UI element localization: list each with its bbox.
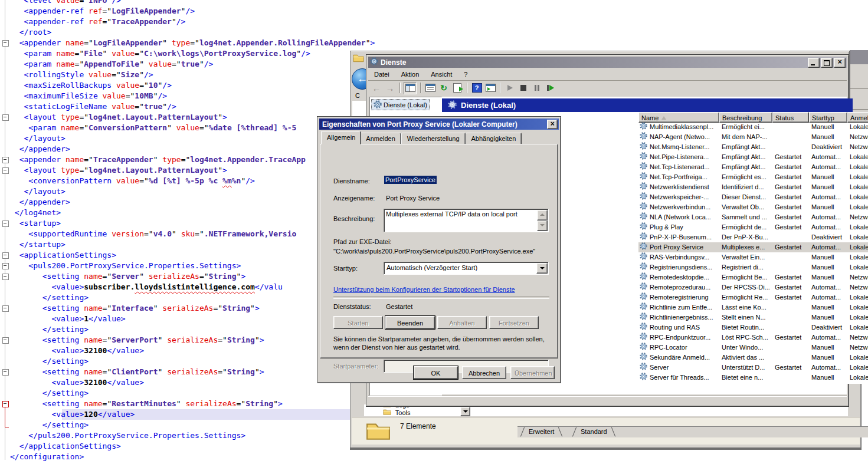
service-row[interactable]: NAP-Agent (Netwo...Mit dem NAP-...Manuel… bbox=[638, 132, 868, 142]
service-row[interactable]: Routing und RASBietet Routin...Deaktivie… bbox=[638, 323, 868, 333]
close-button[interactable]: × bbox=[547, 120, 558, 129]
service-name: RAS-Verbindungsv... bbox=[650, 252, 709, 262]
menu-help[interactable]: ? bbox=[458, 70, 473, 79]
pause-service-button[interactable] bbox=[531, 83, 543, 94]
service-row[interactable]: Net.Msmq-Listener...Empfängt Akt...Deakt… bbox=[638, 142, 868, 152]
fold-toggle[interactable] bbox=[2, 274, 9, 280]
view-tab-standard[interactable]: Standard bbox=[572, 427, 615, 437]
start-button[interactable]: Starten bbox=[333, 316, 383, 329]
service-row[interactable]: Remoteprozedurau...Der RPCSS-Di...Gestar… bbox=[638, 282, 868, 292]
restart-service-button[interactable] bbox=[545, 83, 556, 94]
service-row[interactable]: Remotedesktopdie...Ermöglicht Be...Gesta… bbox=[638, 272, 868, 282]
service-row[interactable]: RemoteregistrierungErmöglicht Re...Gesta… bbox=[638, 292, 868, 302]
service-row[interactable]: Server für Threads...Bietet eine n...Man… bbox=[638, 373, 868, 383]
forward-button[interactable]: → bbox=[384, 83, 396, 94]
code-line: <appender name="LogFileAppender" type="l… bbox=[10, 38, 718, 48]
tab-abhngigkeiten[interactable]: Abhängigkeiten bbox=[466, 133, 522, 144]
service-row[interactable]: Net.Pipe-Listenera...Empfängt Akt...Gest… bbox=[638, 152, 868, 162]
scroll-down-button[interactable] bbox=[537, 221, 548, 231]
back-button[interactable]: ← bbox=[371, 83, 382, 94]
fold-toggle[interactable] bbox=[2, 305, 9, 312]
fold-toggle[interactable] bbox=[2, 167, 9, 174]
service-row[interactable]: NetzwerklistendienstIdentifiziert d...Ge… bbox=[638, 182, 868, 192]
fold-toggle[interactable] bbox=[2, 337, 9, 344]
services-titlebar[interactable]: Dienste × bbox=[368, 57, 847, 68]
stop-service-button[interactable] bbox=[517, 83, 529, 94]
stop-button[interactable]: Beenden bbox=[385, 316, 435, 329]
service-row[interactable]: Richtlinienergebniss...Stellt einen N...… bbox=[638, 312, 868, 323]
start-service-button[interactable] bbox=[504, 83, 516, 94]
view-tab-erweitert[interactable]: Erweitert bbox=[520, 427, 562, 437]
ok-button[interactable]: OK bbox=[414, 366, 458, 379]
service-row[interactable]: Multimediaklassenpl...Ermöglicht ei...Ma… bbox=[638, 122, 868, 132]
extended-view-button[interactable] bbox=[484, 83, 496, 94]
service-gear-icon bbox=[640, 152, 647, 162]
service-row[interactable]: Richtlinie zum Entfe...Lässt eine Ko...M… bbox=[638, 302, 868, 312]
tab-wiederherstellung[interactable]: Wiederherstellung bbox=[401, 133, 466, 144]
column-header-name[interactable]: Name bbox=[638, 112, 719, 123]
export-list-icon bbox=[453, 83, 461, 93]
column-header-beschreibung[interactable]: Beschreibung bbox=[719, 112, 772, 123]
service-row[interactable]: Plug & PlayErmöglicht de...GestartetAuto… bbox=[638, 222, 868, 232]
service-row[interactable]: Net.Tcp-Portfreiga...Ermöglicht es...Ges… bbox=[638, 172, 868, 182]
service-status: Gestartet bbox=[772, 222, 809, 232]
service-row[interactable]: Registrierungsdiens...Registriert di...M… bbox=[638, 262, 868, 272]
properties-button[interactable] bbox=[424, 83, 436, 94]
tree-dropdown-button[interactable] bbox=[460, 407, 470, 416]
tab-allgemein[interactable]: Allgemein bbox=[321, 131, 361, 144]
minimize-icon bbox=[811, 64, 815, 65]
service-row[interactable]: NLA (Network Loca...Sammelt und ...Gesta… bbox=[638, 212, 868, 222]
service-row[interactable]: Netzwerkverbindun...Verwaltet Ob...Gesta… bbox=[638, 202, 868, 212]
fold-toggle[interactable] bbox=[2, 252, 9, 259]
fold-toggle[interactable] bbox=[2, 114, 9, 121]
scroll-up-button[interactable] bbox=[537, 210, 548, 221]
pause-button[interactable]: Anhalten bbox=[437, 316, 487, 329]
service-row[interactable]: Sekundäre Anmeld...Aktiviert das ...Manu… bbox=[638, 353, 868, 363]
beschreibung-field[interactable]: Multiplexes external TCP/IP data on loca… bbox=[384, 209, 549, 232]
service-row[interactable]: RPC-Endpunktzuor...Löst RPC-Sch...Gestar… bbox=[638, 333, 868, 343]
fold-toggle[interactable] bbox=[2, 369, 9, 376]
menu-datei[interactable]: Datei bbox=[368, 70, 395, 79]
show-console-tree-button[interactable] bbox=[404, 82, 417, 94]
extended-view-icon bbox=[486, 84, 496, 92]
service-name: Net.Msmq-Listener... bbox=[650, 142, 709, 152]
menu-ansicht[interactable]: Ansicht bbox=[425, 70, 458, 79]
service-name: Server bbox=[650, 363, 669, 373]
fold-toggle[interactable] bbox=[2, 157, 9, 163]
service-row[interactable]: PnP-X-IP-Busenum...Der PnP-X-Bu...Deakti… bbox=[638, 232, 868, 242]
minimize-button[interactable] bbox=[808, 58, 820, 68]
column-header-status[interactable]: Status bbox=[772, 112, 809, 123]
service-row[interactable]: Netzwerkspeicher-...Dieser Dienst...Gest… bbox=[638, 192, 868, 202]
help-button[interactable]: ? bbox=[471, 83, 483, 94]
startoptions-help-link[interactable]: Unterstützung beim Konfigurieren der Sta… bbox=[333, 286, 515, 293]
refresh-button[interactable]: ↻ bbox=[438, 83, 450, 94]
close-button[interactable]: × bbox=[834, 58, 846, 68]
tab-anmelden[interactable]: Anmelden bbox=[360, 133, 401, 144]
service-gear-icon bbox=[640, 282, 647, 292]
dialog-titlebar[interactable]: Eigenschaften von Port Proxy Service (Lo… bbox=[319, 119, 559, 130]
fold-toggle[interactable] bbox=[2, 40, 9, 47]
service-row[interactable]: Net.Tcp-Listenerad...Empfängt Akt...Gest… bbox=[638, 162, 868, 172]
starttyp-combobox[interactable]: Automatisch (Verzögerter Start) bbox=[384, 262, 549, 275]
service-logon: Lokaler Dienst bbox=[847, 292, 868, 302]
fold-toggle[interactable] bbox=[2, 221, 9, 227]
resume-button[interactable]: Fortsetzen bbox=[489, 316, 539, 329]
service-row[interactable]: ServerUnterstützt D...GestartetAutomat..… bbox=[638, 363, 868, 373]
export-list-button[interactable] bbox=[451, 83, 463, 94]
combo-dropdown-button[interactable] bbox=[536, 263, 548, 274]
menu-aktion[interactable]: Aktion bbox=[395, 70, 425, 79]
service-row[interactable]: Port Proxy ServiceMultiplexes e...Gestar… bbox=[638, 242, 868, 252]
service-row[interactable]: RAS-Verbindungsv...Verwaltet Ein...Manue… bbox=[638, 252, 868, 262]
column-header-anmeldenals[interactable]: Anmelden als bbox=[847, 112, 868, 123]
column-header-starttyp[interactable]: Starttyp bbox=[809, 112, 847, 123]
cancel-button[interactable]: Abbrechen bbox=[462, 366, 506, 379]
maximize-button[interactable] bbox=[821, 58, 833, 68]
apply-button[interactable]: Übernehmen bbox=[510, 366, 555, 379]
fold-toggle[interactable] bbox=[2, 263, 9, 269]
service-starttype: Automat... bbox=[809, 192, 847, 202]
service-row[interactable]: RPC-LocatorUnter Windo...ManuellNetzwerk… bbox=[638, 343, 868, 353]
tree-item-dienste-lokal[interactable]: Dienste (Lokal) bbox=[371, 99, 430, 110]
service-desc: Aktiviert das ... bbox=[719, 353, 772, 363]
fold-toggle-changed[interactable] bbox=[2, 401, 9, 407]
service-starttype: Deaktiviert bbox=[809, 323, 847, 333]
